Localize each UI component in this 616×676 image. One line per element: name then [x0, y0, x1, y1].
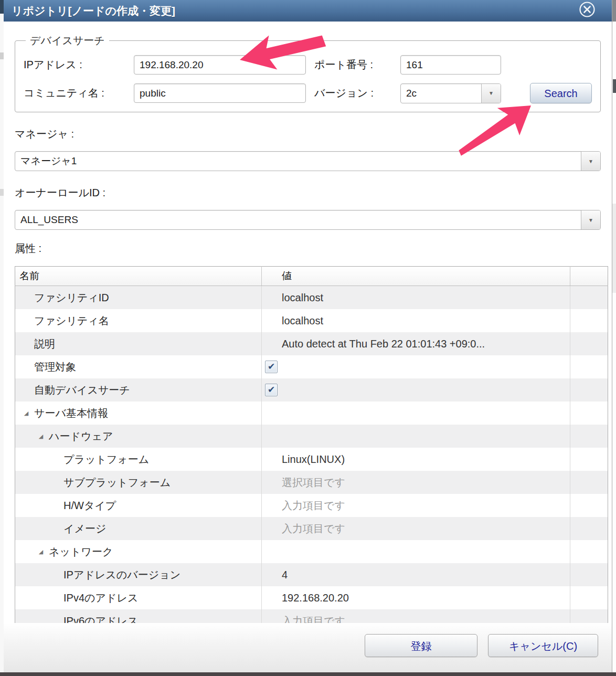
attr-table-body: ファシリティIDlocalhostファシリティ名localhost説明Auto … [15, 286, 608, 633]
attr-value: Auto detect at Thu Feb 22 01:01:43 +09:0… [262, 338, 570, 350]
attributes-table: 名前 値 ファシリティIDlocalhostファシリティ名localhost説明… [15, 266, 608, 633]
dialog-titlebar[interactable]: リポジトリ[ノードの作成・変更] [4, 0, 612, 22]
attr-name: ハードウェア [49, 429, 113, 443]
column-header-name: 名前 [15, 267, 262, 286]
table-row[interactable]: プラットフォームLinux(LINUX) [15, 448, 608, 471]
manager-selected-value: マネージャ1 [15, 154, 581, 168]
attr-value: 入力項目です [262, 522, 570, 536]
attr-name: ネットワーク [49, 545, 113, 559]
owner-role-label: オーナーロールID : [15, 186, 601, 200]
tree-expander-icon[interactable]: ◢ [23, 410, 30, 416]
attr-value: 4 [262, 569, 570, 581]
table-row[interactable]: IPアドレスのバージョン4 [15, 563, 608, 586]
table-row[interactable]: ◢ハードウェア [15, 425, 608, 448]
screen: リポジトリ[ノードの作成・変更] デバイスサーチ IPアドレス : ポート番号 … [0, 0, 616, 676]
table-row[interactable]: ファシリティ名localhost [15, 309, 608, 332]
table-row[interactable]: H/Wタイプ入力項目です [15, 494, 608, 517]
table-row[interactable]: IPv4のアドレス192.168.20.20 [15, 586, 608, 609]
owner-role-selected-value: ALL_USERS [15, 214, 581, 226]
attr-name: ファシリティ名 [34, 314, 109, 328]
attr-value: localhost [262, 292, 570, 304]
column-header-value: 値 [262, 267, 570, 286]
column-header-empty [570, 267, 608, 286]
port-input[interactable] [400, 55, 501, 75]
attr-name: 管理対象 [34, 360, 76, 374]
tree-expander-icon[interactable]: ◢ [37, 434, 45, 439]
search-button[interactable]: Search [530, 83, 592, 103]
attr-name: プラットフォーム [63, 452, 149, 467]
device-search-legend: デバイスサーチ [26, 34, 109, 48]
device-search-group: デバイスサーチ IPアドレス : ポート番号 : コミュニティ名 : バージョン… [15, 34, 601, 112]
port-label: ポート番号 : [306, 58, 400, 72]
cancel-button[interactable]: キャンセル(C) [488, 634, 598, 657]
manager-select[interactable]: マネージャ1 ▼ [15, 151, 601, 171]
attributes-label: 属性 : [15, 241, 601, 256]
dialog-footer: 登録 キャンセル(C) [4, 623, 612, 672]
attr-value: 入力項目です [262, 499, 570, 513]
table-header-row: 名前 値 [15, 267, 608, 286]
checkbox-checked[interactable]: ✔ [265, 384, 278, 396]
version-selected-value: 2c [401, 88, 481, 99]
attr-value: 192.168.20.20 [262, 592, 570, 604]
manager-label: マネージャ : [15, 127, 601, 141]
attr-name: サブプラットフォーム [63, 476, 171, 490]
checkbox-checked[interactable]: ✔ [265, 361, 278, 373]
background-dark-corner [0, 0, 4, 14]
attr-value: Linux(LINUX) [262, 453, 570, 466]
community-label: コミュニティ名 : [24, 86, 134, 100]
version-label: バージョン : [306, 86, 400, 100]
community-input[interactable] [134, 83, 306, 103]
attr-name: サーバ基本情報 [34, 406, 108, 420]
attr-name: H/Wタイプ [63, 499, 116, 513]
background-window-right-edge [612, 0, 616, 676]
chevron-down-icon: ▼ [588, 159, 593, 164]
check-icon: ✔ [268, 362, 275, 371]
chevron-down-icon: ▼ [588, 217, 593, 223]
tree-expander-icon[interactable]: ◢ [37, 549, 45, 555]
table-row[interactable]: 説明Auto detect at Thu Feb 22 01:01:43 +09… [15, 332, 608, 355]
table-row[interactable]: ファシリティIDlocalhost [15, 286, 608, 310]
owner-role-dropdown-button[interactable]: ▼ [581, 210, 600, 229]
table-row[interactable]: ◢サーバ基本情報 [15, 402, 608, 425]
attr-name: ファシリティID [34, 291, 109, 305]
table-row[interactable]: ◢ネットワーク [15, 540, 608, 563]
attr-name: IPv4のアドレス [63, 591, 138, 605]
ip-address-label: IPアドレス : [24, 58, 134, 72]
close-icon[interactable] [579, 1, 596, 18]
attr-value: localhost [262, 315, 570, 327]
version-dropdown-button[interactable]: ▼ [481, 84, 501, 103]
table-row[interactable]: 管理対象✔ [15, 355, 608, 378]
attr-name: 自動デバイスサーチ [34, 383, 130, 397]
owner-role-select[interactable]: ALL_USERS ▼ [15, 210, 601, 230]
attr-value: 選択項目です [262, 476, 570, 490]
window-bottom-edge [0, 672, 616, 676]
dialog-title: リポジトリ[ノードの作成・変更] [4, 0, 612, 22]
attr-name: 説明 [34, 337, 55, 351]
table-row[interactable]: サブプラットフォーム選択項目です [15, 471, 608, 494]
repository-node-dialog: リポジトリ[ノードの作成・変更] デバイスサーチ IPアドレス : ポート番号 … [4, 0, 612, 676]
register-button[interactable]: 登録 [365, 634, 477, 657]
check-icon: ✔ [268, 385, 275, 394]
chevron-down-icon: ▼ [488, 90, 494, 96]
dialog-content: デバイスサーチ IPアドレス : ポート番号 : コミュニティ名 : バージョン… [4, 34, 612, 639]
attr-name: IPアドレスのバージョン [63, 568, 180, 582]
ip-address-input[interactable] [134, 55, 306, 75]
version-select[interactable]: 2c ▼ [400, 83, 501, 103]
table-row[interactable]: イメージ入力項目です [15, 517, 608, 540]
table-row[interactable]: 自動デバイスサーチ✔ [15, 378, 608, 402]
manager-dropdown-button[interactable]: ▼ [581, 152, 600, 171]
attr-name: イメージ [63, 522, 106, 536]
